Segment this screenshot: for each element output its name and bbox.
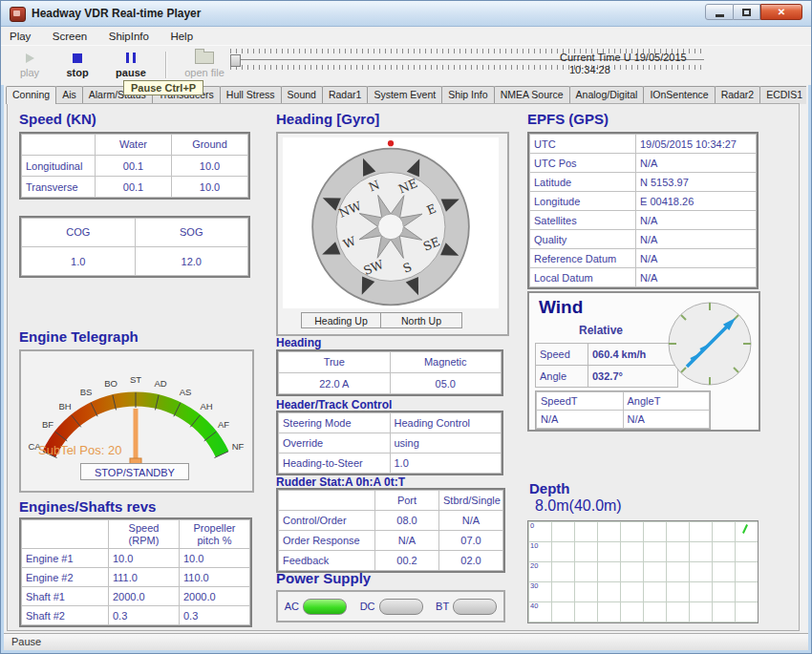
close-button[interactable]: ✕ <box>760 4 802 20</box>
power-title: Power Supply <box>276 570 371 586</box>
cell-value: N/A <box>623 411 710 429</box>
heading-table: TrueMagnetic22.0 A05.0 <box>276 349 503 396</box>
power-bt-indicator <box>453 599 497 615</box>
telegraph-title: Engine Telegraph <box>19 328 139 345</box>
row-label: Satellites <box>530 211 636 230</box>
tab-sound[interactable]: Sound <box>281 86 323 104</box>
row-label: Local Datum <box>530 268 636 287</box>
maximize-icon <box>742 9 751 16</box>
stop-label: stop <box>56 67 98 78</box>
cell-value: 060.4 km/h <box>588 344 678 366</box>
data-table-grid: Steering ModeHeading ControlOverrideusin… <box>278 412 502 474</box>
menu-help[interactable]: Help <box>161 28 202 45</box>
row-label: Shaft #2 <box>22 606 109 625</box>
tab-ecdis1[interactable]: ECDIS1 <box>759 86 806 104</box>
gauge-label: ST <box>130 374 141 385</box>
data-table-grid: Speed (RPM)Propeller pitch %Engine #110.… <box>21 519 250 625</box>
app-icon <box>10 7 26 22</box>
row-label: Speed <box>536 344 588 366</box>
stop-button[interactable]: stop <box>56 50 98 78</box>
play-button[interactable]: play <box>9 50 51 78</box>
tab-conning[interactable]: Conning <box>6 86 56 104</box>
cell-value: 10.0 <box>172 156 248 177</box>
depth-scale-10: 10 <box>530 542 538 550</box>
gauge-label: AD <box>154 378 166 389</box>
current-time-line1: Current Time U 19/05/2015 <box>560 52 751 64</box>
rudder-subtitle: Rudder Stat:A 0h:A 0t:T <box>276 475 405 489</box>
tab-hull-stress[interactable]: Hull Stress <box>220 86 282 104</box>
north-up-button[interactable]: North Up <box>380 312 462 328</box>
minimize-button[interactable] <box>705 4 734 20</box>
row-label: Override <box>279 433 391 454</box>
speed-title: Speed (KN) <box>19 111 96 127</box>
stop-standby-button[interactable]: STOP/STANDBY <box>80 463 189 480</box>
gauge-label: BS <box>80 387 93 397</box>
gyro-title: Heading [Gyro] <box>276 111 379 127</box>
depth-scale-20: 20 <box>530 562 538 570</box>
power-ac: AC <box>285 599 347 615</box>
status-bar: Pause <box>4 633 808 650</box>
column-header: Water <box>96 135 172 156</box>
maximize-button[interactable] <box>734 4 760 20</box>
tab-ionsentence[interactable]: IOnSentence <box>643 86 715 104</box>
rudder-table: PortStbrd/SingleControl/Order08.0N/AOrde… <box>276 488 505 573</box>
tab-ship-info[interactable]: Ship Info <box>441 86 494 104</box>
menu-bar: Play Screen ShipInfo Help <box>1 27 811 45</box>
tab-ais[interactable]: Ais <box>55 86 83 104</box>
column-header: SpeedT <box>537 392 624 411</box>
depth-value: 8.0m(40.0m) <box>535 497 622 515</box>
data-table-grid: WaterGroundLongitudinal00.110.0Transvers… <box>21 134 248 198</box>
power-ac-label: AC <box>285 601 299 612</box>
cell-value: N/A <box>636 249 757 268</box>
column-header: Ground <box>172 135 248 156</box>
power-dc-label: DC <box>360 601 375 612</box>
heading-marker <box>388 140 394 146</box>
stop-icon <box>73 53 82 63</box>
cell-value: 02.0 <box>439 551 503 571</box>
column-header <box>22 520 109 549</box>
cell-value: N/A <box>636 230 757 249</box>
depth-current-marker <box>742 524 748 534</box>
gauge-label: BO <box>104 378 118 389</box>
row-label: N/A <box>537 411 624 429</box>
row-label: 1.0 <box>22 247 136 276</box>
tab-nmea-source[interactable]: NMEA Source <box>494 86 570 104</box>
speed-table: WaterGroundLongitudinal00.110.0Transvers… <box>19 132 250 200</box>
heading-up-button[interactable]: Heading Up <box>301 312 381 328</box>
app-window: Headway VDR Real-time Player ✕ Play Scre… <box>0 0 812 654</box>
title-bar: Headway VDR Real-time Player ✕ <box>1 1 811 27</box>
gauge-label: BF <box>42 419 53 430</box>
data-table-grid: COGSOG1.012.0 <box>21 218 248 276</box>
cell-value: 08.0 <box>375 511 439 531</box>
track-control-table: Steering ModeHeading ControlOverrideusin… <box>276 411 503 475</box>
cell-value: 07.0 <box>439 531 503 551</box>
toolbar-separator <box>165 52 167 78</box>
cell-value: 110.0 <box>180 568 250 587</box>
menu-shipinfo[interactable]: ShipInfo <box>100 28 158 45</box>
data-table-grid: TrueMagnetic22.0 A05.0 <box>278 351 502 394</box>
tab-analog-digital[interactable]: Analog/Digital <box>569 86 645 104</box>
close-icon: ✕ <box>778 7 785 17</box>
column-header: SOG <box>135 219 248 247</box>
tab-radar1[interactable]: Radar1 <box>322 86 368 104</box>
menu-screen[interactable]: Screen <box>44 28 96 45</box>
toolbar: play stop pause open file Current Time U… <box>1 45 811 85</box>
pause-button[interactable]: pause <box>108 50 154 78</box>
status-text: Pause <box>11 636 41 647</box>
slider-thumb[interactable] <box>230 54 241 67</box>
track-control-subtitle: Header/Track Control <box>276 398 392 411</box>
open-file-button[interactable]: open file <box>175 50 234 78</box>
menu-play[interactable]: Play <box>1 28 39 45</box>
power-dc: DC <box>360 599 423 615</box>
tab-radar2[interactable]: Radar2 <box>715 86 760 104</box>
data-table-grid: Speed060.4 km/hAngle032.7° <box>535 343 678 388</box>
cell-value: 2000.0 <box>109 587 180 606</box>
cell-value: 00.1 <box>96 156 172 177</box>
column-header: AngleT <box>623 392 710 411</box>
engines-title: Engines/Shafts revs <box>19 498 156 515</box>
tab-system-event[interactable]: System Event <box>367 86 442 104</box>
row-label: 22.0 A <box>279 373 391 394</box>
open-file-label: open file <box>175 67 234 78</box>
cell-value: 2000.0 <box>180 587 250 606</box>
gauge-label: BH <box>58 401 71 411</box>
